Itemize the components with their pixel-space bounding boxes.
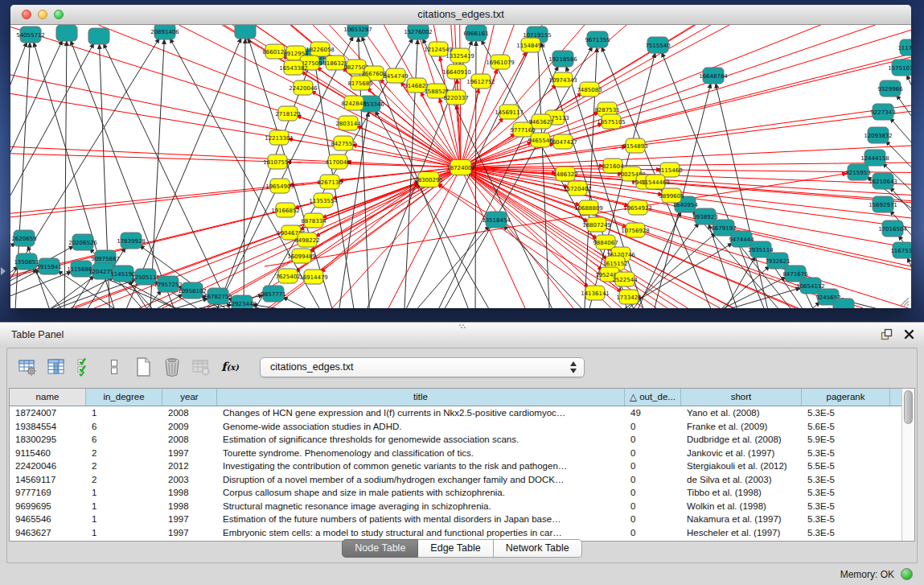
table-cell[interactable]: 5.3E-5	[802, 486, 890, 500]
window-titlebar[interactable]: citations_edges.txt	[10, 5, 911, 25]
table-cell[interactable]: Corpus callosum shape and size in male p…	[217, 486, 625, 500]
table-cell[interactable]: 2008	[162, 433, 217, 447]
column-header-title[interactable]: title	[217, 389, 625, 406]
rows-icon[interactable]	[104, 356, 125, 377]
table-cell[interactable]: 1997	[162, 447, 217, 460]
table-settings-icon[interactable]	[17, 356, 38, 377]
table-cell[interactable]: Yano et al. (2008)	[681, 406, 802, 420]
table-cell[interactable]: 1	[86, 486, 162, 500]
tab-edge-table[interactable]: Edge Table	[418, 539, 493, 558]
table-cell[interactable]: Disruption of a novel member of a sodium…	[217, 473, 625, 487]
table-cell[interactable]: 5.3E-5	[802, 526, 890, 540]
table-cell[interactable]: 2	[86, 473, 162, 487]
table-cell[interactable]: 1	[86, 500, 162, 513]
table-scrollbar-thumb[interactable]	[904, 390, 913, 424]
table-cell[interactable]: de Silva et al. (2003)	[681, 473, 802, 487]
table-cell[interactable]: 5.3E-5	[802, 500, 890, 513]
function-icon[interactable]: f(x)	[220, 356, 240, 377]
table-cell[interactable]: 6	[86, 433, 162, 447]
table-cell[interactable]: 5.3E-5	[802, 473, 890, 487]
table-cell[interactable]: Dudbridge et al. (2008)	[681, 433, 802, 447]
table-cell[interactable]: 19384554	[10, 420, 86, 434]
table-cell[interactable]: 0	[625, 420, 681, 434]
table-cell[interactable]: 1	[86, 513, 162, 526]
table-selector-dropdown[interactable]: citations_edges.txt	[260, 357, 585, 377]
table-cell[interactable]: Estimation of the future numbers of pati…	[217, 513, 625, 526]
table-cell[interactable]: 1	[86, 406, 162, 420]
panel-collapse-arrow-icon[interactable]	[1, 267, 6, 275]
table-cell[interactable]: 2003	[162, 473, 217, 487]
table-cell[interactable]: 0	[625, 447, 681, 460]
table-cell[interactable]: 5.9E-5	[802, 433, 890, 447]
delete-trash-icon[interactable]	[162, 356, 183, 377]
table-row[interactable]: 946362711997Embryonic stem cells: a mode…	[10, 526, 901, 540]
table-cell[interactable]: Structural magnetic resonance image aver…	[217, 500, 625, 513]
memory-status-led[interactable]	[901, 568, 913, 580]
table-cell[interactable]: Franke et al. (2009)	[681, 420, 802, 434]
column-header-year[interactable]: year	[162, 389, 217, 406]
table-cell[interactable]: 0	[625, 526, 681, 540]
column-header-short[interactable]: short	[681, 389, 802, 406]
network-canvas[interactable]: 5405571220891406106532871527600269661611…	[10, 25, 911, 308]
table-cell[interactable]: 5.3E-5	[802, 513, 890, 526]
table-cell[interactable]: 9777169	[10, 486, 86, 500]
table-cell[interactable]: 2012	[162, 459, 217, 473]
minimize-window-button[interactable]	[38, 10, 47, 19]
tab-node-table[interactable]: Node Table	[342, 539, 418, 558]
table-cell[interactable]: 0	[625, 459, 681, 473]
table-cell[interactable]: Stergiakouli et al. (2012)	[681, 459, 802, 473]
table-row[interactable]: 946554611997Estimation of the future num…	[10, 513, 901, 526]
table-cell[interactable]: 14569117	[10, 473, 86, 487]
tab-network-table[interactable]: Network Table	[494, 539, 582, 558]
table-row[interactable]: 1456911722003Disruption of a novel membe…	[10, 473, 901, 487]
table-row[interactable]: 2242004622012Investigating the contribut…	[10, 459, 901, 473]
table-cell[interactable]: 18724007	[10, 406, 86, 420]
table-cell[interactable]: 6	[86, 420, 162, 434]
table-cell[interactable]: 5.5E-5	[802, 459, 890, 473]
table-cell[interactable]: 2	[86, 447, 162, 460]
table-cell[interactable]: Genome-wide association studies in ADHD.	[217, 420, 625, 434]
table-cell[interactable]: 2	[86, 459, 162, 473]
column-header-in_degree[interactable]: in_degree	[86, 389, 162, 406]
close-panel-icon[interactable]	[904, 329, 914, 340]
table-cell[interactable]: 5.3E-5	[802, 406, 890, 420]
table-cell[interactable]: 1998	[162, 500, 217, 513]
table-cell[interactable]: 1	[86, 526, 162, 540]
table-cell[interactable]: 9465546	[10, 513, 86, 526]
zoom-window-button[interactable]	[54, 10, 64, 19]
table-row[interactable]: 977716911998Corpus callosum shape and si…	[10, 486, 901, 500]
table-cell[interactable]: 18300295	[10, 433, 86, 447]
table-cell[interactable]: Estimation of significance thresholds fo…	[217, 433, 625, 447]
table-cell[interactable]: 0	[625, 486, 681, 500]
table-cell[interactable]: Wolkin et al. (1998)	[681, 500, 802, 513]
window-resize-grip[interactable]	[898, 295, 910, 307]
table-row[interactable]: 969969511998Structural magnetic resonanc…	[10, 500, 901, 513]
table-cell[interactable]: 9115460	[10, 447, 86, 460]
table-cell[interactable]: Nakamura et al. (1997)	[681, 513, 802, 526]
table-cell[interactable]: 5.6E-5	[802, 420, 890, 434]
table-cell[interactable]: Changes of HCN gene expression and I(f) …	[217, 406, 625, 420]
table-cell[interactable]: 49	[625, 406, 681, 420]
table-cell[interactable]: 22420046	[10, 459, 86, 473]
close-window-button[interactable]	[22, 10, 31, 19]
table-cell[interactable]: 2008	[162, 406, 217, 420]
table-cell[interactable]: Tibbo et al. (1998)	[681, 486, 802, 500]
table-cell[interactable]: 0	[625, 513, 681, 526]
table-row[interactable]: 1872400712008Changes of HCN gene express…	[10, 406, 901, 420]
table-scrollbar[interactable]	[901, 389, 914, 541]
table-cell[interactable]: 5.3E-5	[802, 447, 890, 460]
column-header-pagerank[interactable]: pagerank	[802, 389, 890, 406]
table-row[interactable]: 1938455462009Genome-wide association stu…	[10, 420, 901, 434]
table-cell[interactable]: 1998	[162, 486, 217, 500]
table-columns-icon[interactable]	[46, 356, 67, 377]
new-document-icon[interactable]	[133, 356, 154, 377]
table-cell[interactable]: 1997	[162, 513, 217, 526]
table-cell[interactable]: Hescheler et al. (1997)	[681, 526, 802, 540]
table-cell[interactable]: Tourette syndrome. Phenomenology and cla…	[217, 447, 625, 460]
table-cell[interactable]: 0	[625, 473, 681, 487]
table-row[interactable]: 1830029562008Estimation of significance …	[10, 433, 901, 447]
table-row[interactable]: 911546021997Tourette syndrome. Phenomeno…	[10, 447, 901, 460]
column-header-out_de[interactable]: △ out_de...	[625, 389, 681, 406]
table-cell[interactable]: Jankovic et al. (1997)	[681, 447, 802, 460]
table-cell[interactable]: 9463627	[10, 526, 86, 540]
